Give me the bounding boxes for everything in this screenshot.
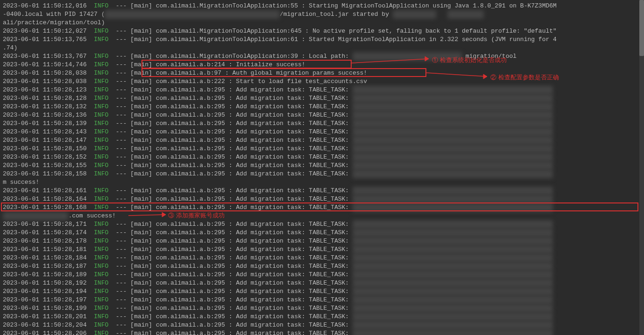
log-thread: [main] (130, 103, 156, 110)
log-line: 2023-06-01 11:50:28,204 INFO --- [main] … (3, 321, 641, 329)
log-class: com.alimail.a.b:295 (156, 204, 229, 211)
log-class: com.alimail.a.b:295 (156, 195, 229, 202)
log-thread: [main] (130, 246, 156, 253)
log-thread: [main] (130, 145, 156, 152)
log-class: com.alimail.a.b:295 (156, 170, 229, 177)
log-message: : Add migration task: TABLE_TASK: (229, 313, 349, 320)
log-class: com.alimail.MigrationToolApplication:61 (156, 36, 302, 43)
log-level: INFO (94, 162, 108, 169)
log-separator: --- (108, 61, 130, 68)
log-class: com.alimail.a.b:295 (156, 271, 229, 278)
log-class: com.alimail.a.b:295 (156, 330, 229, 335)
redacted-text (353, 187, 553, 195)
log-message: : Add migration task: TABLE_TASK: (229, 204, 349, 211)
log-line: 2023-06-01 11:50:28,168 INFO --- [main] … (3, 203, 641, 212)
log-message: : Add migration task: TABLE_TASK: (229, 103, 349, 110)
log-level: INFO (94, 263, 108, 270)
redacted-text (353, 94, 553, 103)
log-level: INFO (94, 296, 108, 303)
redacted-text (353, 111, 553, 119)
redacted-text (353, 195, 553, 203)
log-separator: --- (108, 86, 130, 93)
log-class: com.alimail.a.b:222 (156, 78, 229, 85)
redacted-text (353, 170, 553, 178)
redacted-text (353, 103, 553, 111)
log-timestamp: 2023-06-01 11:50:28,204 (3, 321, 94, 328)
redacted-text (353, 237, 553, 245)
log-class: com.alimail.a.b:295 (156, 187, 229, 194)
redacted-text (353, 254, 553, 262)
log-separator: --- (108, 162, 130, 169)
log-separator: --- (108, 128, 130, 135)
log-line: 2023-06-01 11:50:28,171 INFO --- [main] … (3, 220, 641, 229)
log-timestamp: 2023-06-01 11:50:28,197 (3, 296, 94, 303)
log-class: com.alimail.a.b:295 (156, 237, 229, 244)
log-output[interactable]: 2023-06-01 11:50:12,016 INFO --- [main] … (0, 0, 644, 335)
log-message: : Add migration task: TABLE_TASK: (229, 145, 349, 152)
log-timestamp: 2023-06-01 11:50:28,171 (3, 221, 94, 228)
log-timestamp: 2023-06-01 11:50:28,143 (3, 128, 94, 135)
redacted-text (3, 212, 68, 220)
log-separator: --- (108, 112, 130, 119)
log-line: .com success! (3, 212, 641, 220)
log-thread: [main] (130, 313, 156, 320)
log-line: 2023-06-01 11:50:28,038 INFO --- [main] … (3, 77, 641, 86)
log-level: INFO (94, 145, 108, 152)
log-line: 2023-06-01 11:50:28,132 INFO --- [main] … (3, 103, 641, 111)
log-line: 2023-06-01 11:50:28,128 INFO --- [main] … (3, 94, 641, 103)
log-timestamp: 2023-06-01 11:50:28,038 (3, 78, 94, 85)
log-thread: [main] (130, 70, 156, 77)
log-message: : Add migration task: TABLE_TASK: (229, 330, 349, 335)
log-line: 2023-06-01 11:50:28,199 INFO --- [main] … (3, 304, 641, 313)
log-timestamp: 2023-06-01 11:50:12,016 (3, 2, 94, 9)
log-thread: [main] (130, 78, 156, 85)
log-level: INFO (94, 305, 108, 312)
log-level: INFO (94, 321, 108, 328)
redacted-text (353, 161, 553, 170)
log-message: : Add migration task: TABLE_TASK: (229, 279, 349, 286)
log-class: com.alimail.a.b:295 (156, 246, 229, 253)
log-class: com.alimail.a.b:295 (156, 128, 229, 135)
redacted-text (353, 119, 553, 128)
log-class: com.alimail.a.b:295 (156, 154, 229, 161)
log-timestamp: 2023-06-01 11:50:28,178 (3, 237, 94, 244)
log-message: : Add migration task: TABLE_TASK: (229, 321, 349, 328)
log-thread: [main] (130, 36, 156, 43)
log-level: INFO (94, 70, 108, 77)
log-thread: [main] (130, 263, 156, 270)
log-level: INFO (94, 53, 108, 60)
log-thread: [main] (130, 305, 156, 312)
log-line: 2023-06-01 11:50:28,164 INFO --- [main] … (3, 195, 641, 203)
log-separator: --- (108, 170, 130, 177)
log-separator: --- (108, 237, 130, 244)
log-text: /migration_tool.jar started by (280, 11, 393, 18)
log-timestamp: 2023-06-01 11:50:28,161 (3, 187, 94, 194)
redacted-text (353, 128, 553, 136)
log-line: 2023-06-01 11:50:28,194 INFO --- [main] … (3, 287, 641, 296)
scrollbar-track[interactable] (639, 0, 644, 335)
log-class: com.alimail.a.b:214 (156, 61, 229, 68)
log-thread: [main] (130, 2, 156, 9)
log-thread: [main] (130, 221, 156, 228)
log-thread: [main] (130, 279, 156, 286)
log-timestamp: 2023-06-01 11:50:28,189 (3, 271, 94, 278)
log-line: 2023-06-01 11:50:28,178 INFO --- [main] … (3, 237, 641, 245)
log-line: ali/practice/migration/tool) (3, 19, 641, 27)
log-level: INFO (94, 154, 108, 161)
log-separator: --- (108, 221, 130, 228)
log-line: 2023-06-01 11:50:28,161 INFO --- [main] … (3, 187, 641, 195)
log-level: INFO (94, 86, 108, 93)
log-thread: [main] (130, 288, 156, 295)
log-class: com.alimail.a.b:295 (156, 162, 229, 169)
log-line: m success! (3, 178, 641, 187)
log-class: com.alimail.a.b:295 (156, 145, 229, 152)
log-level: INFO (94, 279, 108, 286)
scrollbar-thumb[interactable] (639, 0, 644, 56)
log-class: com.alimail.a.b:295 (156, 305, 229, 312)
log-line: 2023-06-01 11:50:28,197 INFO --- [main] … (3, 296, 641, 304)
log-message: : Local path: (302, 53, 349, 60)
log-timestamp: 2023-06-01 11:50:28,201 (3, 313, 94, 320)
log-level: INFO (94, 271, 108, 278)
log-thread: [main] (130, 321, 156, 328)
log-message: : Add migration task: TABLE_TASK: (229, 187, 349, 194)
